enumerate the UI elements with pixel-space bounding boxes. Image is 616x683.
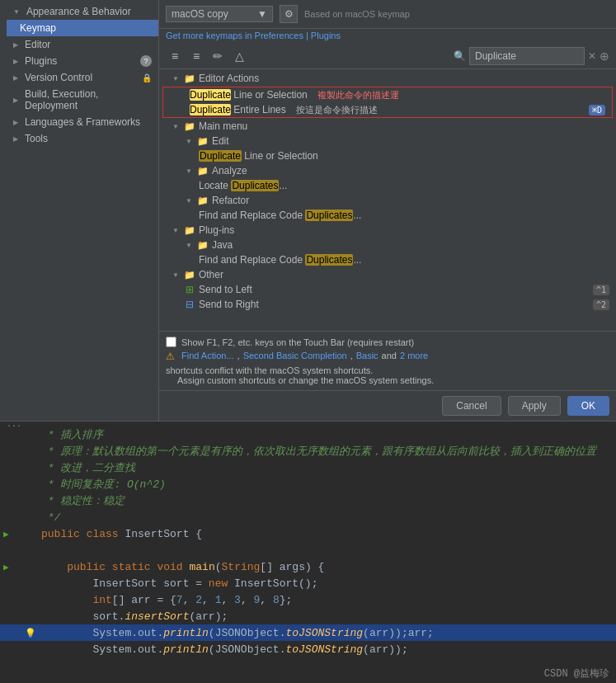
code-line: * 改进，二分查找 xyxy=(0,459,616,476)
gear-button[interactable]: ⚙ xyxy=(280,5,298,23)
dropdown-arrow-icon: ▼ xyxy=(257,8,267,20)
action-buttons-row: Cancel Apply OK xyxy=(159,390,616,421)
tree-group-edit[interactable]: ▼ 📁 Edit xyxy=(159,134,616,148)
keyword-static: static xyxy=(112,561,151,573)
conflict-link-1[interactable]: Find Action... xyxy=(181,351,234,360)
folder-icon: 📁 xyxy=(184,225,195,236)
expand-icon: ▼ xyxy=(172,123,179,130)
number-val: 1 xyxy=(215,594,222,606)
number-val: 3 xyxy=(234,594,241,606)
get-more-link[interactable]: Get more keymaps in Preferences | Plugin… xyxy=(166,31,341,40)
class-name-label: InsertSort xyxy=(125,528,189,540)
conflict-link-2[interactable]: Second Basic Completion xyxy=(243,351,347,360)
comment-text: * 稳定性：稳定 xyxy=(41,493,125,508)
tree-item-edit-duplicate[interactable]: Duplicate Line or Selection xyxy=(159,148,616,163)
watermark-text: CSDN @益梅珍 xyxy=(544,667,609,681)
tree-group-java[interactable]: ▼ 📁 Java xyxy=(159,238,616,252)
group-label: Editor Actions xyxy=(199,73,259,84)
sidebar-item-keymap[interactable]: Keymap xyxy=(7,20,158,36)
sidebar-item-label: Appearance & Behavior xyxy=(26,6,131,17)
sidebar-item-label: Keymap xyxy=(20,22,56,34)
sidebar-item-label: Editor xyxy=(25,39,50,50)
method-name-label: main xyxy=(190,561,215,573)
filter-button[interactable]: △ xyxy=(230,47,248,65)
item-label: Send to Left xyxy=(199,284,252,295)
code-line: * 插入排序 xyxy=(0,426,616,443)
sidebar-item-appearance[interactable]: Appearance & Behavior xyxy=(0,3,158,20)
conflict-link-3[interactable]: Basic xyxy=(356,351,379,360)
number-val: 2 xyxy=(195,594,202,606)
code-editor: ... * 插入排序 * 原理：默认数组的第一个元素是有序的，依次取出无序数组的… xyxy=(0,422,616,683)
search-options-button[interactable]: ⊕ xyxy=(600,49,609,63)
sidebar-item-plugins[interactable]: Plugins ? xyxy=(0,53,158,69)
checkbox-row: Show F1, F2, etc. keys on the Touch Bar … xyxy=(166,337,609,347)
keymap-dropdown[interactable]: macOS copy ▼ xyxy=(166,6,273,22)
number-val: 7 xyxy=(176,594,183,606)
shortcut-badge: ^1 xyxy=(593,285,609,295)
tree-group-refactor[interactable]: ▼ 📁 Refactor xyxy=(159,193,616,208)
code-line-2: int [] arr = { 7 , 2 , 1 , 3 , 9 , 8 }; xyxy=(0,591,616,608)
tree-item-send-right[interactable]: ⊟ Send to Right ^2 xyxy=(159,297,616,312)
tree-group-analyze[interactable]: ▼ 📁 Analyze xyxy=(159,163,616,178)
folder-icon: 📁 xyxy=(184,121,195,132)
group-label: Analyze xyxy=(212,165,247,177)
item-label: Locate Duplicates... xyxy=(199,180,287,191)
folder-icon: 📁 xyxy=(184,270,195,280)
expand-icon: ▼ xyxy=(172,75,179,82)
keyword-public: public xyxy=(41,528,80,540)
vcs-badge: 🔒 xyxy=(142,73,152,82)
touch-bar-checkbox[interactable] xyxy=(166,337,176,347)
edit-button[interactable]: ✏ xyxy=(209,47,227,65)
run-arrow-icon: ▶ xyxy=(3,562,9,572)
code-line-4-selected: 💡 System.out. println (JSONObject. toJSO… xyxy=(0,624,616,641)
action-tree[interactable]: ▼ 📁 Editor Actions Duplicate Line or Sel… xyxy=(159,69,616,331)
add-button[interactable]: ≡ xyxy=(166,47,184,65)
search-label: 🔍 xyxy=(454,50,466,62)
folder-icon: 📁 xyxy=(184,73,195,84)
sidebar-item-languages[interactable]: Languages & Frameworks xyxy=(0,114,158,130)
search-input[interactable] xyxy=(469,47,585,65)
based-on-text: Based on macOS keymap xyxy=(304,9,410,19)
group-label: Refactor xyxy=(212,195,249,206)
tree-group-other[interactable]: ▼ 📁 Other xyxy=(159,267,616,282)
ok-button[interactable]: OK xyxy=(567,396,609,416)
item-label: Duplicate Entire Lines xyxy=(190,104,286,115)
group-label: Main menu xyxy=(199,120,247,132)
tree-group-editor-actions[interactable]: ▼ 📁 Editor Actions xyxy=(159,71,616,86)
tree-item-duplicate-line[interactable]: Duplicate Line or Selection 複製此命令的描述運 xyxy=(163,87,612,102)
apply-button[interactable]: Apply xyxy=(508,396,561,416)
tree-item-send-left[interactable]: ⊞ Send to Left ^1 xyxy=(159,282,616,297)
shortcut-badge: ⌘D xyxy=(589,105,605,115)
folder-icon: 📁 xyxy=(197,136,209,147)
sidebar-item-vcs[interactable]: Version Control 🔒 xyxy=(0,69,158,86)
tree-item-java-replace[interactable]: Find and Replace Code Duplicates... xyxy=(159,252,616,267)
item-label: Duplicate Line or Selection xyxy=(199,150,318,162)
checkbox-label: Show F1, F2, etc. keys on the Touch Bar … xyxy=(181,337,414,347)
code-line-empty xyxy=(0,542,616,558)
warning-row: ⚠ Find Action..., Second Basic Completio… xyxy=(166,351,609,375)
remove-button[interactable]: ≡ xyxy=(187,47,205,65)
bottom-bar: Show F1, F2, etc. keys on the Touch Bar … xyxy=(159,331,616,390)
top-bar: macOS copy ▼ ⚙ Based on macOS keymap xyxy=(159,0,616,29)
tree-item-duplicate-entire[interactable]: Duplicate Entire Lines 按這是命令換行描述 ⌘D xyxy=(163,102,612,117)
keyword-new: new xyxy=(209,577,228,590)
sidebar-item-label: Plugins xyxy=(25,55,57,67)
shortcut-badge: ^2 xyxy=(593,299,609,310)
param-name-label: args xyxy=(280,561,305,573)
code-line: */ xyxy=(0,509,616,525)
comment-text: * 改进，二分查找 xyxy=(41,460,135,475)
tree-item-locate-duplicates[interactable]: Locate Duplicates... xyxy=(159,178,616,193)
sidebar-item-build[interactable]: Build, Execution, Deployment xyxy=(0,86,158,114)
tree-group-main-menu[interactable]: ▼ 📁 Main menu xyxy=(159,119,616,134)
send-left-icon: ⊞ xyxy=(186,284,194,295)
keyword-int: int xyxy=(41,594,112,606)
sidebar-item-editor[interactable]: Editor xyxy=(0,36,158,53)
comment-text: * 时间复杂度: O(n^2) xyxy=(41,477,166,492)
expand-icon: ▼ xyxy=(186,167,192,175)
conflict-link-more[interactable]: 2 more xyxy=(400,351,428,360)
search-clear-icon[interactable]: ✕ xyxy=(588,50,596,62)
tree-item-refactor-replace[interactable]: Find and Replace Code Duplicates... xyxy=(159,208,616,223)
tree-group-plugins[interactable]: ▼ 📁 Plug-ins xyxy=(159,223,616,238)
cancel-button[interactable]: Cancel xyxy=(442,396,501,416)
sidebar-item-tools[interactable]: Tools xyxy=(0,130,158,147)
